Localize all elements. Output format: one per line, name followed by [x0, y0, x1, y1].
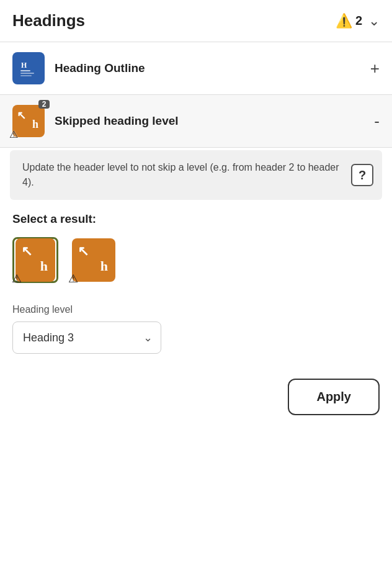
warning-badge: ⚠️ 2: [336, 13, 362, 29]
h-letter-1: h: [40, 258, 48, 274]
panel-title: Headings: [12, 11, 336, 30]
heading-outline-row: H Heading Outline +: [0, 42, 392, 95]
heading-outline-label: Heading Outline: [55, 61, 360, 75]
apply-section: Apply: [0, 366, 392, 434]
help-button[interactable]: ?: [351, 164, 373, 186]
panel-header: Headings ⚠️ 2 ⌄: [0, 0, 392, 42]
result-icon-1[interactable]: ↖ h ⚠: [12, 237, 58, 283]
warning-triangle-icon: ⚠: [9, 128, 18, 140]
arrow-icon-1: ↖: [21, 243, 32, 259]
apply-button[interactable]: Apply: [288, 379, 380, 415]
heading-level-section: Heading level Heading 1 Heading 2 Headin…: [0, 298, 392, 366]
heading-outline-svg: H: [18, 58, 39, 79]
heading-outline-expand[interactable]: +: [370, 59, 380, 78]
svg-rect-4: [20, 75, 32, 76]
description-box: Update the header level to not skip a le…: [10, 150, 382, 200]
heading-level-dropdown-wrapper: Heading 1 Heading 2 Heading 3 Heading 4 …: [12, 321, 161, 354]
select-result-title: Select a result:: [12, 212, 380, 226]
result-icons-row: ↖ h ⚠ ↖ h ⚠: [12, 237, 380, 293]
count-overlay: 2: [38, 100, 50, 109]
arrow-icon: ↖: [17, 109, 26, 122]
header-right: ⚠️ 2 ⌄: [336, 13, 380, 29]
description-text: Update the header level to not skip a le…: [22, 162, 339, 187]
heading-level-select[interactable]: Heading 1 Heading 2 Heading 3 Heading 4 …: [12, 321, 161, 354]
chevron-down-icon[interactable]: ⌄: [368, 13, 380, 29]
svg-rect-2: [20, 70, 30, 71]
warning-icon: ⚠️: [336, 13, 352, 29]
svg-text:H: H: [21, 61, 27, 70]
warn-triangle-2: ⚠: [68, 272, 78, 286]
result-icon-2[interactable]: ↖ h ⚠: [71, 237, 117, 283]
skipped-heading-row: ↖ h ⚠ 2 Skipped heading level -: [0, 95, 392, 148]
result-icon-2-img: ↖ h ⚠: [72, 238, 115, 282]
h-letter-2: h: [100, 258, 108, 274]
warning-count: 2: [355, 14, 362, 28]
heading-outline-icon: H: [12, 52, 45, 84]
warn-triangle-1: ⚠: [12, 272, 22, 286]
skipped-heading-label: Skipped heading level: [55, 114, 364, 128]
skipped-heading-collapse[interactable]: -: [374, 112, 380, 131]
select-result-section: Select a result: ↖ h ⚠ ↖ h ⚠: [0, 200, 392, 298]
arrow-icon-2: ↖: [78, 243, 89, 259]
skipped-heading-icon: ↖ h ⚠ 2: [12, 105, 45, 137]
svg-rect-3: [20, 73, 34, 74]
result-icon-1-img: ↖ h ⚠: [16, 238, 55, 282]
heading-level-label: Heading level: [12, 304, 380, 315]
h-letter: h: [32, 118, 38, 131]
